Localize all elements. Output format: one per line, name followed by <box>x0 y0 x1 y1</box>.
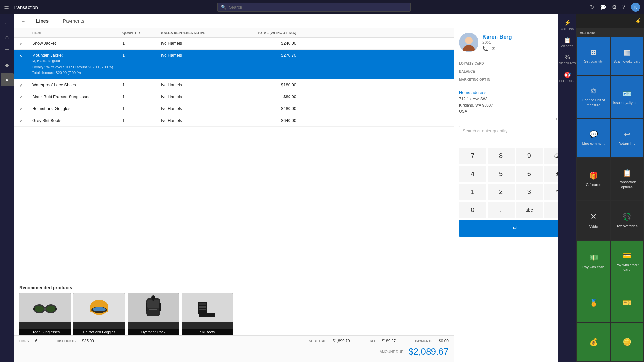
recommended-title: Recommended products <box>19 285 449 290</box>
tabs: ← Lines Payments <box>14 14 576 28</box>
table-row[interactable]: ∨ Waterproof Lace Shoes 1 Ivo Hamels $18… <box>14 79 454 91</box>
numpad-2[interactable]: 2 <box>488 184 515 200</box>
col-total: TOTAL (WITHOUT TAX) <box>232 31 296 35</box>
table-row[interactable]: ∧ Mountain Jacket M, Black, Regular Loya… <box>14 50 454 79</box>
action-issue-loyalty[interactable]: 🪪 Issue loyalty card <box>611 76 643 118</box>
action-extra-1[interactable]: 🏅 <box>577 283 610 322</box>
extra-2-icon: 🎫 <box>623 299 631 307</box>
action-return-line[interactable]: ↩ Return line <box>611 119 643 157</box>
action-change-unit[interactable]: ⚖ Change unit of measure <box>577 76 610 118</box>
table-row[interactable]: ∨ Helmet and Goggles 1 Ivo Hamels $480.0… <box>14 103 454 115</box>
row-item-sub3: Total discount: $20.00 (7.00 %) <box>32 70 122 76</box>
action-panel-label: ACTIONS <box>576 28 644 36</box>
line-comment-label: Line comment <box>582 141 604 146</box>
refresh-icon[interactable]: ↻ <box>590 4 594 10</box>
numpad-dot[interactable]: . <box>488 202 515 218</box>
action-extra-3[interactable]: 💰 <box>577 323 610 361</box>
subtotal-value: $1,899.70 <box>333 339 350 343</box>
action-panel: ⚡ ACTIONS ⊞ Set quantity ▦ Scan loyalty … <box>576 14 644 362</box>
action-transaction-options[interactable]: 📋 Transaction options <box>611 158 643 200</box>
summary-discounts: DISCOUNTS $35.00 <box>57 339 94 343</box>
numpad-9[interactable]: 9 <box>516 148 543 164</box>
email-icon[interactable]: ✉ <box>492 46 496 51</box>
transaction-options-label: Transaction options <box>613 180 641 189</box>
product-card-helmet[interactable]: Helmet and Goggles <box>73 293 125 335</box>
tab-payments[interactable]: Payments <box>56 15 91 27</box>
numpad-1[interactable]: 1 <box>459 184 486 200</box>
return-line-icon: ↩ <box>624 130 630 139</box>
product-card-skiboots[interactable]: Ski Boots <box>182 293 233 335</box>
numpad-3[interactable]: 3 <box>516 184 543 200</box>
rsidebar-products[interactable]: 🎯 PRODUCTS <box>559 69 575 85</box>
address-line2: Kirkland, WA 98007 <box>459 103 493 107</box>
product-label: Hydration Pack <box>128 329 179 335</box>
action-voids[interactable]: ✕ Voids <box>577 201 610 240</box>
rsidebar-discounts[interactable]: % DISCOUNTS <box>559 51 575 68</box>
action-extra-2[interactable]: 🎫 <box>611 283 643 322</box>
change-unit-label: Change unit of measure <box>580 98 607 107</box>
amount-due-label: AMOUNT DUE <box>380 350 403 354</box>
action-tax-overrides[interactable]: 💱 Tax overrides <box>611 201 643 240</box>
topbar: ☰ Transaction 🔍 ↻ 💬 ⚙ ? K <box>0 0 644 14</box>
rsidebar-actions[interactable]: ⚡ ACTIONS <box>559 17 575 33</box>
help-icon[interactable]: ? <box>622 4 625 10</box>
action-extra-4[interactable]: 🪙 <box>611 323 643 361</box>
numpad-5[interactable]: 5 <box>488 166 515 182</box>
product-card-hydration[interactable]: Hydration Pack <box>128 293 179 335</box>
rsidebar-orders[interactable]: 📋 ORDERS <box>559 34 575 50</box>
action-line-comment[interactable]: 💬 Line comment <box>577 119 610 157</box>
phone-icon[interactable]: 📞 <box>482 46 488 51</box>
tab-lines[interactable]: Lines <box>30 15 55 27</box>
search-qty-field[interactable]: Search or enter quantity <box>459 126 571 135</box>
hamburger-icon[interactable]: ☰ <box>4 4 9 11</box>
numpad-6[interactable]: 6 <box>516 166 543 182</box>
tab-back-arrow[interactable]: ← <box>21 18 26 24</box>
action-scan-loyalty[interactable]: ▦ Scan loyalty card <box>611 37 643 75</box>
table-row[interactable]: ∨ Grey Skit Boots 1 Ivo Hamels $640.00 <box>14 115 454 127</box>
row-quantity: 1 <box>122 53 161 58</box>
action-gift-cards[interactable]: 🎁 Gift cards <box>577 158 610 200</box>
payments-label: PAYMENTS <box>415 339 432 343</box>
numpad-close-row: ✕ <box>459 138 571 148</box>
table-row[interactable]: ∨ Snow Jacket 1 Ivo Hamels $240.00 <box>14 38 454 50</box>
sidebar-menu[interactable]: ☰ <box>1 45 14 58</box>
numpad-4[interactable]: 4 <box>459 166 486 182</box>
home-address-link[interactable]: Home address <box>454 88 576 96</box>
chat-icon[interactable]: 💬 <box>600 4 606 10</box>
right-sidebar: ⚡ ACTIONS 📋 ORDERS % DISCOUNTS 🎯 PRODUCT… <box>558 14 576 362</box>
numpad-enter[interactable]: ↵ <box>459 220 571 237</box>
table-row[interactable]: ∨ Black Bold Framed Sunglasses 1 Ivo Ham… <box>14 91 454 103</box>
product-label: Green Sunglasses <box>19 329 71 335</box>
numpad-7[interactable]: 7 <box>459 148 486 164</box>
lines-panel: ITEM QUANTITY SALES REPRESENTATIVE TOTAL… <box>14 28 454 362</box>
row-chevron-icon: ∨ <box>19 106 32 111</box>
row-item-name: Helmet and Goggles <box>32 106 122 111</box>
sidebar-apps[interactable]: ❖ <box>1 59 14 72</box>
sidebar-back[interactable]: ← <box>1 17 14 30</box>
scan-loyalty-icon: ▦ <box>624 48 630 57</box>
sidebar-number-badge[interactable]: 6 <box>1 73 14 86</box>
user-avatar[interactable]: K <box>631 3 640 12</box>
line-comment-icon: 💬 <box>589 130 598 139</box>
row-total: $480.00 <box>232 106 296 111</box>
action-set-quantity[interactable]: ⊞ Set quantity <box>577 37 610 75</box>
product-card-sunglasses[interactable]: Green Sunglasses <box>19 293 71 335</box>
svg-rect-4 <box>44 308 46 310</box>
search-bar[interactable]: 🔍 <box>217 3 411 12</box>
numpad-abc[interactable]: abc <box>516 202 543 218</box>
action-pay-credit[interactable]: 💳 Pay with credit card <box>611 241 643 283</box>
customer-header: Karen Berg 2001 📞 ✉ ✕ <box>454 28 576 57</box>
settings-icon[interactable]: ⚙ <box>612 4 617 10</box>
products-icon: 🎯 <box>564 71 571 79</box>
discounts-icon: % <box>565 54 570 61</box>
action-pay-cash[interactable]: 💵 Pay with cash <box>577 241 610 283</box>
numpad-0[interactable]: 0 <box>459 202 486 218</box>
lines-value: 6 <box>35 339 37 343</box>
product-label: Ski Boots <box>182 329 233 335</box>
search-input[interactable] <box>229 5 407 10</box>
sidebar-home[interactable]: ⌂ <box>1 31 14 44</box>
svg-rect-17 <box>149 309 157 310</box>
voids-label: Voids <box>589 224 598 229</box>
numpad-8[interactable]: 8 <box>488 148 515 164</box>
balance-label: BALANCE <box>459 70 475 74</box>
